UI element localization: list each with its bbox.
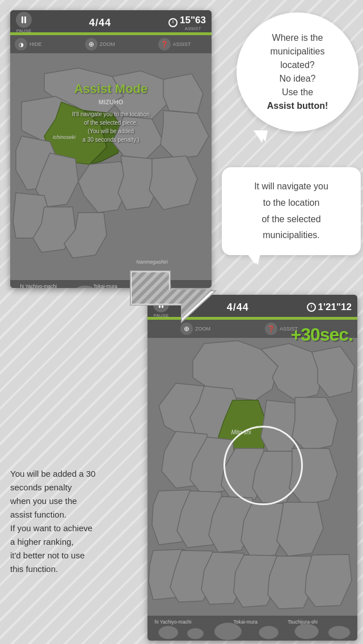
bubble-mid-line1: It will navigate you — [254, 181, 328, 191]
arrow-svg — [125, 265, 227, 328]
zoom-icon: ⊕ — [85, 38, 98, 50]
hide-icon: ◑ — [15, 38, 27, 50]
assist-mode-subtitle: MIZUHO — [72, 99, 149, 105]
bottom-tabs-bottom: hi Yachiyo-machi Tokai-mura Tsuchijura-s… — [147, 616, 357, 641]
tab-shapes-bottom: hi Yachiyo-machi Tokai-mura Tsuchijura-s… — [152, 616, 353, 641]
speech-bubble-mid: It will navigate you to the location of … — [222, 167, 361, 255]
bottom-explanation-text: You will be added a 30 seconds penalty w… — [10, 467, 141, 576]
assist-icon-top: ❓ — [158, 38, 171, 50]
hide-button[interactable]: ◑ HIDE — [15, 38, 42, 50]
bubble-line5: Use the — [282, 87, 313, 97]
plus30-badge: +30sec. — [290, 324, 353, 345]
score-area-bottom: 4/44 — [227, 302, 249, 313]
assist-mode-title: Assist Mode — [72, 82, 149, 96]
zoom-button[interactable]: ⊕ ZOOM — [85, 38, 115, 50]
bubble-line3: located? — [280, 60, 315, 70]
text-line3: when you use the — [10, 496, 77, 506]
bubble-line6: Assist button! — [267, 101, 328, 111]
bubble-tail-mid — [247, 254, 259, 264]
bubble-mid-text: It will navigate you to the location of … — [233, 179, 349, 244]
bubble-top-text: Where is the municipalities located? No … — [256, 20, 340, 124]
text-line7: it'd better not to use — [10, 550, 85, 560]
svg-marker-47 — [289, 448, 337, 505]
text-line5: If you want to achieve — [10, 523, 92, 533]
assist-label-top: ASSIST — [185, 26, 201, 31]
text-line2: seconds penalty — [10, 482, 71, 492]
map-area-bottom: Mito-shi — [147, 338, 357, 616]
svg-point-60 — [158, 626, 178, 639]
bubble-line2: municipalities — [270, 46, 324, 56]
bubble-line1: Where is the — [272, 33, 323, 43]
bubble-tail-top — [256, 130, 268, 142]
svg-text:hi  Yachiyo-machi: hi Yachiyo-machi — [155, 619, 192, 625]
pause-icon-top — [16, 12, 32, 28]
svg-point-63 — [259, 626, 278, 639]
svg-point-64 — [295, 624, 319, 639]
assist-mode-overlay: Assist Mode MIZUHO It'll navigate you to… — [72, 82, 149, 144]
bubble-line4: No idea? — [279, 74, 315, 83]
svg-marker-32 — [132, 272, 213, 319]
score-display-bottom: 4/44 — [227, 302, 249, 313]
timer-icon-top — [168, 18, 178, 27]
page-wrapper: PAUSE 4/44 15"63 ASSIST ◑ HIDE ⊕ — [0, 0, 363, 644]
assist-button-top[interactable]: ❓ ASSIST — [158, 38, 191, 50]
map-svg-bottom: Mito-shi — [147, 338, 357, 616]
timer-area-bottom: 1'21"12 — [307, 302, 352, 313]
hide-label: HIDE — [29, 41, 42, 47]
explanation-paragraph: You will be added a 30 seconds penalty w… — [10, 467, 141, 576]
navigation-arrow — [125, 265, 227, 328]
text-line8: this function. — [10, 564, 58, 574]
zoom-label: ZOOM — [100, 41, 115, 47]
top-game-screenshot: PAUSE 4/44 15"63 ASSIST ◑ HIDE ⊕ — [10, 10, 212, 288]
bubble-mid-line2: to the location — [263, 198, 320, 207]
assist-mode-description: It'll navigate you to the location of th… — [72, 110, 149, 144]
svg-text:Tokai-mura: Tokai-mura — [234, 619, 258, 625]
svg-text:Nanmegashiri: Nanmegashiri — [136, 259, 168, 265]
map-area-top: Ichinoseki Nanmegashiri Assist Mode MIZU… — [10, 53, 212, 280]
bubble-mid-line4: municipalities. — [263, 230, 319, 240]
sub-header-top: ◑ HIDE ⊕ ZOOM ❓ ASSIST — [10, 35, 212, 53]
bottom-game-screenshot: PAUSE 4/44 1'21"12 ⊕ ZOOM ❓ ASSIST +30s — [147, 295, 357, 641]
text-line1: You will be added a 30 — [10, 469, 95, 478]
score-display-top: 4/44 — [89, 17, 111, 29]
svg-text:Tokai-mura: Tokai-mura — [93, 283, 117, 288]
pause-button-top[interactable]: PAUSE — [16, 12, 32, 33]
speech-bubble-top: Where is the municipalities located? No … — [237, 12, 358, 132]
text-line4: assist function. — [10, 510, 66, 519]
assist-label-btn-top: ASSIST — [173, 41, 191, 47]
svg-text:Tsuchijura-shi: Tsuchijura-shi — [288, 619, 318, 625]
green-accent-line-top — [10, 32, 212, 35]
svg-point-65 — [328, 626, 350, 639]
score-area-top: 4/44 — [89, 17, 111, 29]
svg-point-62 — [214, 622, 242, 640]
text-line6: a higher ranking, — [10, 537, 74, 546]
bubble-mid-line3: of the selected — [261, 214, 320, 224]
svg-text:hi  Yachiyo-machi: hi Yachiyo-machi — [20, 283, 57, 288]
svg-point-61 — [187, 628, 204, 639]
timer-area-top: 15"63 ASSIST — [168, 15, 206, 31]
timer-display-top: 15"63 — [180, 15, 206, 26]
assist-icon-bottom: ❓ — [265, 323, 277, 335]
svg-text:Mito-shi: Mito-shi — [231, 429, 251, 435]
game-header-top: PAUSE 4/44 15"63 ASSIST — [10, 10, 212, 35]
timer-display-bottom: 1'21"12 — [318, 302, 352, 313]
timer-icon-bottom — [307, 303, 316, 312]
